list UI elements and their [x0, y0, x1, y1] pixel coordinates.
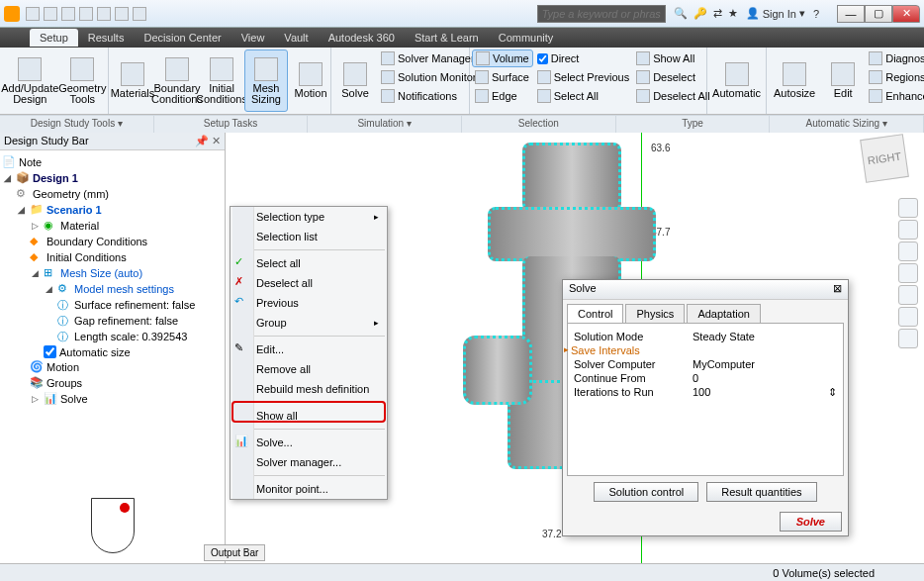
- edge-selector[interactable]: Edge: [472, 87, 533, 105]
- ctx-remove-all[interactable]: Remove all: [231, 359, 387, 379]
- ctx-edit[interactable]: ✎Edit...: [231, 339, 387, 359]
- search-input[interactable]: [537, 5, 666, 23]
- key-icon[interactable]: 🔑: [693, 7, 707, 20]
- qat-redo-icon[interactable]: [97, 7, 111, 21]
- result-quantities-button[interactable]: Result quantities: [706, 482, 816, 502]
- maximize-button[interactable]: ▢: [865, 5, 892, 23]
- pin-icon[interactable]: 📌: [195, 135, 209, 146]
- qat-open-icon[interactable]: [44, 7, 57, 21]
- show-all-button[interactable]: Show All: [633, 49, 712, 67]
- mesh-icon: ⊞: [44, 266, 57, 280]
- tab-community[interactable]: Community: [489, 29, 564, 47]
- solution-mode-value[interactable]: Steady State: [693, 331, 755, 342]
- solve-button[interactable]: Solve: [333, 49, 377, 112]
- dialog-close-icon[interactable]: ⊠: [833, 282, 842, 297]
- continue-from-value[interactable]: 0: [693, 372, 698, 384]
- tab-vault[interactable]: Vault: [274, 29, 318, 47]
- qat-new-icon[interactable]: [26, 7, 40, 21]
- solution-monitor-button[interactable]: Solution Monitor: [378, 68, 480, 86]
- edit-button[interactable]: Edit: [821, 49, 865, 112]
- diagnostics-button[interactable]: Diagnostics: [866, 49, 924, 67]
- ctx-selection-list[interactable]: Selection list: [231, 227, 387, 246]
- notifications-button[interactable]: Notifications: [378, 87, 480, 105]
- add-update-design-button[interactable]: Add/Update Design: [2, 49, 58, 112]
- automatic-type-button[interactable]: Automatic: [709, 49, 764, 112]
- close-panel-icon[interactable]: ✕: [212, 135, 221, 146]
- tab-adaptation[interactable]: Adaptation: [687, 304, 761, 323]
- iterations-value[interactable]: 100: [693, 386, 710, 399]
- view-cube[interactable]: RIGHT: [860, 134, 909, 183]
- volume-selector[interactable]: Volume: [472, 49, 533, 67]
- pencil-icon: ✎: [234, 341, 250, 357]
- motion-icon: 🌀: [30, 360, 44, 374]
- info-icon: ⓘ: [57, 298, 71, 312]
- initial-conditions-button[interactable]: Initial Conditions: [200, 49, 243, 112]
- regions-button[interactable]: Regions: [866, 68, 924, 86]
- dimension-label: 63.6: [651, 143, 670, 153]
- auto-size-check[interactable]: [44, 345, 56, 358]
- ctx-previous[interactable]: ↶Previous: [231, 293, 387, 313]
- ctx-show-all[interactable]: Show all: [231, 406, 387, 426]
- ctx-solver-manager[interactable]: Solver manager...: [231, 452, 387, 472]
- star-icon[interactable]: ★: [728, 7, 738, 20]
- select-previous-button[interactable]: Select Previous: [534, 68, 632, 86]
- ctx-select-all[interactable]: ✓Select all: [231, 253, 387, 273]
- orbit-icon[interactable]: [898, 263, 918, 283]
- app-icon: [4, 6, 20, 22]
- box-icon[interactable]: [898, 329, 918, 348]
- mesh-sizing-button[interactable]: Mesh Sizing: [244, 49, 288, 112]
- deselect-button[interactable]: Deselect: [633, 68, 712, 86]
- exchange-icon[interactable]: ⇄: [713, 7, 722, 20]
- ctx-rebuild[interactable]: Rebuild mesh definition: [231, 379, 387, 399]
- nav-wheel-icon[interactable]: [898, 198, 918, 218]
- right-toolbar: [898, 198, 920, 348]
- dialog-solve-button[interactable]: Solve: [780, 512, 842, 532]
- tab-setup[interactable]: Setup: [30, 29, 78, 47]
- tab-results[interactable]: Results: [78, 29, 135, 47]
- qat-undo-icon[interactable]: [79, 7, 93, 21]
- solution-control-button[interactable]: Solution control: [594, 482, 698, 502]
- pan-icon[interactable]: [898, 220, 918, 240]
- zoom-icon[interactable]: [898, 242, 918, 261]
- output-bar-button[interactable]: Output Bar: [204, 544, 265, 561]
- ctx-deselect-all[interactable]: ✗Deselect all: [231, 273, 387, 293]
- surface-selector[interactable]: Surface: [472, 68, 533, 86]
- design-tree[interactable]: 📄Note ◢📦Design 1 ⚙Geometry (mm) ◢📁Scenar…: [0, 150, 225, 488]
- deselect-all-button[interactable]: Deselect All: [633, 87, 712, 105]
- binoculars-icon[interactable]: 🔍: [674, 7, 688, 20]
- qat-more-icon[interactable]: [133, 7, 146, 21]
- xray-icon[interactable]: [898, 307, 918, 327]
- material-icon: ◉: [44, 219, 57, 233]
- motion-button[interactable]: Motion: [289, 49, 332, 112]
- stepper-icon[interactable]: ⇕: [828, 386, 837, 399]
- tab-autodesk360[interactable]: Autodesk 360: [319, 29, 405, 47]
- enhancement-button[interactable]: Enhancement: [866, 87, 924, 105]
- ctx-group[interactable]: Group▸: [231, 313, 387, 333]
- qat-save-icon[interactable]: [61, 7, 75, 21]
- solver-computer-value[interactable]: MyComputer: [693, 358, 755, 370]
- direct-check[interactable]: Direct: [534, 49, 632, 67]
- tab-view[interactable]: View: [231, 29, 275, 47]
- design-icon: 📦: [16, 171, 30, 185]
- tab-start-learn[interactable]: Start & Learn: [405, 29, 489, 47]
- close-button[interactable]: ✕: [892, 5, 920, 23]
- ctx-solve[interactable]: 📊Solve...: [231, 433, 387, 452]
- help-icon[interactable]: ?: [813, 8, 819, 20]
- autosize-button[interactable]: Autosize: [769, 49, 820, 112]
- tab-decision-center[interactable]: Decision Center: [134, 29, 231, 47]
- minimize-button[interactable]: —: [837, 5, 865, 23]
- geometry-tools-button[interactable]: Geometry Tools: [59, 49, 106, 112]
- select-all-button[interactable]: Select All: [534, 87, 632, 105]
- tab-physics[interactable]: Physics: [625, 304, 685, 323]
- solver-manager-button[interactable]: Solver Manager: [378, 49, 480, 67]
- design-study-bar: Design Study Bar 📌✕ 📄Note ◢📦Design 1 ⚙Ge…: [0, 133, 226, 563]
- boundary-conditions-button[interactable]: Boundary Conditions: [155, 49, 199, 112]
- qat-print-icon[interactable]: [115, 7, 129, 21]
- sign-in-button[interactable]: 👤 Sign In ▾: [746, 7, 805, 20]
- ctx-monitor-point[interactable]: Monitor point...: [231, 479, 387, 499]
- ctx-selection-type[interactable]: Selection type▸: [231, 207, 387, 227]
- save-intervals-row[interactable]: Save Intervals: [571, 344, 690, 356]
- tab-control[interactable]: Control: [567, 304, 623, 323]
- materials-button[interactable]: Materials: [111, 49, 154, 112]
- lookat-icon[interactable]: [898, 285, 918, 305]
